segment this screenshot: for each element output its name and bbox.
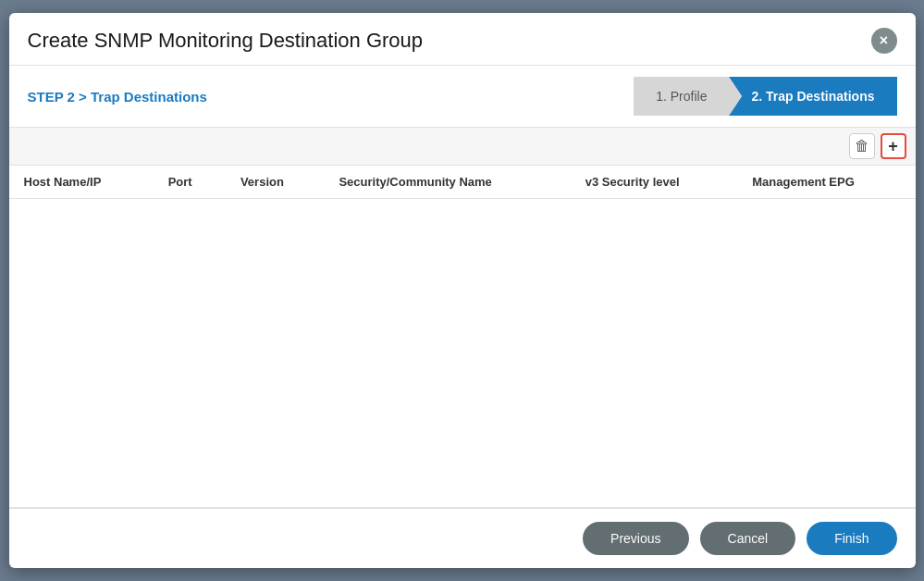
col-port: Port: [154, 166, 226, 199]
stepper: 1. Profile 2. Trap Destinations: [634, 77, 896, 116]
modal-header: Create SNMP Monitoring Destination Group…: [9, 13, 916, 66]
step-profile[interactable]: 1. Profile: [634, 77, 729, 116]
col-version: Version: [226, 166, 325, 199]
stepper-section: STEP 2 > Trap Destinations 1. Profile 2.…: [9, 66, 916, 128]
step-trap-destinations[interactable]: 2. Trap Destinations: [729, 77, 896, 116]
modal-overlay: Create SNMP Monitoring Destination Group…: [0, 0, 924, 581]
step-label: STEP 2 > Trap Destinations: [28, 89, 634, 105]
col-security: Security/Community Name: [324, 166, 570, 199]
col-host: Host Name/IP: [9, 166, 154, 199]
modal-title: Create SNMP Monitoring Destination Group: [28, 29, 424, 53]
step-trap-label: 2. Trap Destinations: [751, 89, 874, 104]
delete-icon: 🗑: [855, 138, 869, 155]
previous-button[interactable]: Previous: [583, 522, 688, 555]
add-button[interactable]: +: [881, 133, 906, 159]
destinations-table: Host Name/IP Port Version Security/Commu…: [9, 166, 916, 199]
col-epg: Management EPG: [737, 166, 915, 199]
cancel-button[interactable]: Cancel: [700, 522, 796, 555]
delete-button[interactable]: 🗑: [849, 133, 875, 159]
table-container: Host Name/IP Port Version Security/Commu…: [9, 166, 916, 507]
modal-dialog: Create SNMP Monitoring Destination Group…: [9, 13, 916, 568]
add-icon: +: [888, 137, 898, 156]
table-header-row: Host Name/IP Port Version Security/Commu…: [9, 166, 916, 199]
step-profile-label: 1. Profile: [656, 89, 707, 104]
finish-button[interactable]: Finish: [807, 522, 896, 555]
close-button[interactable]: ×: [871, 28, 897, 54]
modal-footer: Previous Cancel Finish: [9, 508, 916, 568]
table-toolbar: 🗑 +: [9, 128, 916, 166]
col-v3security: v3 Security level: [571, 166, 738, 199]
